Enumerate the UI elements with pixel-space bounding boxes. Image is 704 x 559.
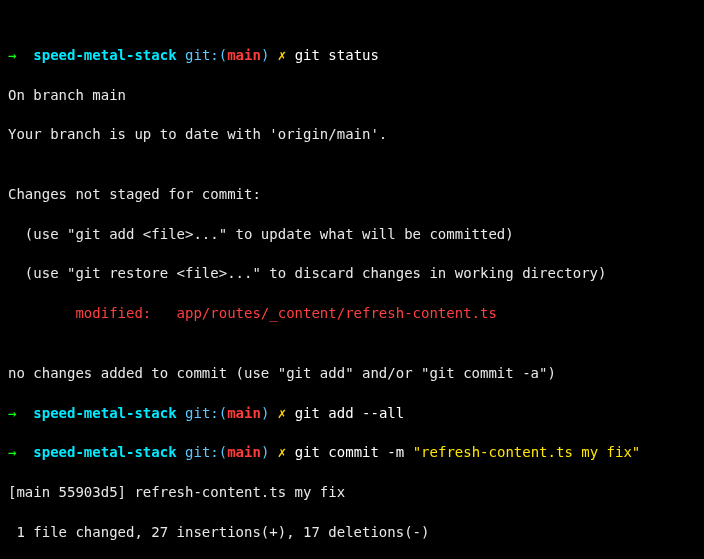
prompt-arrow-icon: → xyxy=(8,47,16,63)
prompt-branch: main xyxy=(227,47,261,63)
prompt-paren-close: ) xyxy=(261,47,269,63)
output-line: On branch main xyxy=(8,86,696,106)
prompt-paren-close: ) xyxy=(261,405,269,421)
prompt-branch: main xyxy=(227,405,261,421)
output-line: no changes added to commit (use "git add… xyxy=(8,364,696,384)
output-line: (use "git add <file>..." to update what … xyxy=(8,225,696,245)
output-line: Your branch is up to date with 'origin/m… xyxy=(8,125,696,145)
prompt-dirty-icon: ✗ xyxy=(278,444,286,460)
command-text: git commit -m xyxy=(295,444,413,460)
prompt-arrow-icon: → xyxy=(8,444,16,460)
prompt-line: → speed-metal-stack git:(main) ✗ git add… xyxy=(8,404,696,424)
prompt-branch: main xyxy=(227,444,261,460)
output-line: 1 file changed, 27 insertions(+), 17 del… xyxy=(8,523,696,543)
prompt-git-label: git:( xyxy=(185,444,227,460)
prompt-paren-close: ) xyxy=(261,444,269,460)
output-line: [main 55903d5] refresh-content.ts my fix xyxy=(8,483,696,503)
prompt-git-label: git:( xyxy=(185,47,227,63)
output-modified-line: modified: app/routes/_content/refresh-co… xyxy=(8,304,696,324)
terminal[interactable]: → speed-metal-stack git:(main) ✗ git sta… xyxy=(0,0,704,559)
prompt-arrow-icon: → xyxy=(8,405,16,421)
output-line: (use "git restore <file>..." to discard … xyxy=(8,264,696,284)
command-string: "refresh-content.ts my fix" xyxy=(413,444,641,460)
output-line: Changes not staged for commit: xyxy=(8,185,696,205)
prompt-dirty-icon: ✗ xyxy=(278,47,286,63)
prompt-dirty-icon: ✗ xyxy=(278,405,286,421)
prompt-line: → speed-metal-stack git:(main) ✗ git sta… xyxy=(8,46,696,66)
prompt-line: → speed-metal-stack git:(main) ✗ git com… xyxy=(8,443,696,463)
command-text: git status xyxy=(295,47,379,63)
prompt-dir: speed-metal-stack xyxy=(33,444,176,460)
command-text: git add --all xyxy=(295,405,405,421)
prompt-dir: speed-metal-stack xyxy=(33,405,176,421)
prompt-git-label: git:( xyxy=(185,405,227,421)
prompt-dir: speed-metal-stack xyxy=(33,47,176,63)
